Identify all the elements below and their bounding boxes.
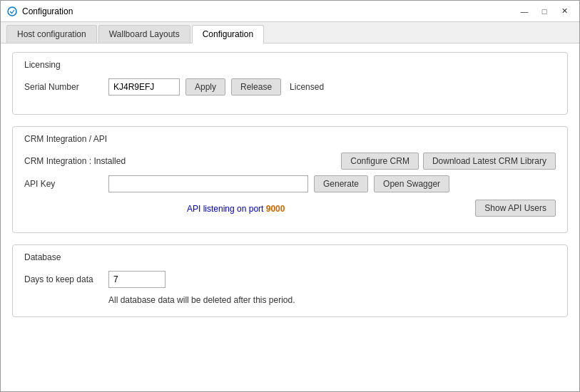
api-key-row: API Key Generate Open Swagger [24, 175, 556, 192]
crm-title: CRM Integration / API [24, 134, 556, 144]
db-note: All database data will be deleted after … [108, 295, 556, 305]
app-icon [6, 6, 18, 17]
api-info-row: API listening on port 9000 Show API User… [24, 200, 556, 217]
crm-right: Configure CRM Download Latest CRM Librar… [341, 153, 556, 170]
svg-point-0 [8, 7, 16, 16]
days-label: Days to keep data [24, 274, 103, 284]
content-area: Licensing Serial Number Apply Release Li… [1, 43, 579, 391]
main-window: Configuration — □ ✕ Host configuration W… [0, 0, 580, 392]
maximize-button[interactable]: □ [535, 4, 554, 19]
title-bar: Configuration — □ ✕ [1, 1, 579, 22]
licensing-title: Licensing [24, 60, 556, 70]
tab-wallboard-layouts[interactable]: Wallboard Layouts [98, 25, 190, 43]
tab-configuration[interactable]: Configuration [192, 25, 264, 43]
minimize-button[interactable]: — [515, 4, 534, 19]
open-swagger-button[interactable]: Open Swagger [374, 175, 449, 192]
window-controls: — □ ✕ [515, 4, 574, 19]
api-key-label: API Key [24, 179, 103, 189]
configure-crm-button[interactable]: Configure CRM [341, 153, 419, 170]
generate-button[interactable]: Generate [314, 175, 368, 192]
database-section: Database Days to keep data All database … [12, 244, 568, 317]
tabs-bar: Host configuration Wallboard Layouts Con… [1, 22, 579, 43]
crm-label: CRM Integration : Installed [24, 156, 126, 166]
license-status: Licensed [290, 82, 324, 92]
download-crm-button[interactable]: Download Latest CRM Library [423, 153, 556, 170]
api-key-input[interactable] [108, 175, 308, 192]
release-button[interactable]: Release [231, 78, 281, 96]
tab-host-configuration[interactable]: Host configuration [6, 25, 97, 43]
apply-button[interactable]: Apply [185, 78, 225, 96]
serial-row: Serial Number Apply Release Licensed [24, 78, 556, 96]
window-title: Configuration [22, 6, 515, 16]
crm-section: CRM Integration / API CRM Integration : … [12, 126, 568, 233]
show-api-users-button[interactable]: Show API Users [475, 200, 556, 217]
days-input[interactable] [108, 271, 166, 288]
serial-number-input[interactable] [108, 78, 180, 96]
days-row: Days to keep data [24, 271, 556, 288]
licensing-section: Licensing Serial Number Apply Release Li… [12, 52, 568, 115]
serial-label: Serial Number [24, 82, 103, 92]
database-title: Database [24, 252, 556, 262]
crm-integration-row: CRM Integration : Installed Configure CR… [24, 153, 556, 170]
close-button[interactable]: ✕ [555, 4, 574, 19]
crm-left: CRM Integration : Installed [24, 156, 126, 166]
api-info-text: API listening on port 9000 [187, 204, 285, 214]
